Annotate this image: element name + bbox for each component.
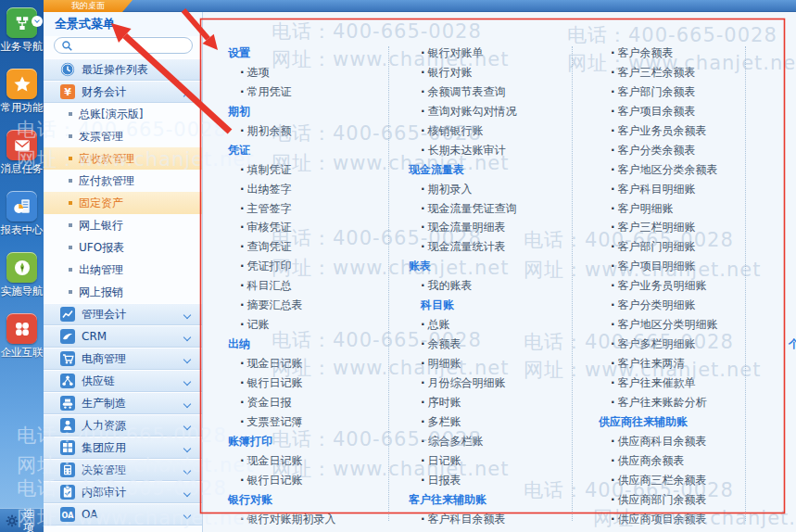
menu-item[interactable]: ·个	[789, 354, 796, 374]
menu-item[interactable]: ·客户三栏余额表	[599, 63, 718, 82]
menu-item[interactable]: ·记账	[228, 315, 336, 335]
module-section-group-apps[interactable]: 集团应用	[44, 437, 202, 459]
module-section-finance-accounting[interactable]: ¥ 财务会计	[44, 81, 202, 103]
menu-item[interactable]: ·客户项目明细账	[599, 257, 718, 276]
menu-item[interactable]: ·银行对账期初录入	[228, 510, 336, 529]
module-section-ecommerce[interactable]: 电商管理	[44, 348, 202, 370]
module-section-human-resources[interactable]: 人力资源	[44, 414, 202, 437]
menu-item[interactable]: ·客户往来账龄分析	[599, 393, 718, 412]
menu-item[interactable]: ·客户部门明细账	[599, 237, 718, 257]
menu-item[interactable]: ·供	[789, 44, 796, 63]
menu-item[interactable]: ·我的账表	[409, 276, 517, 296]
menu-item[interactable]: ·供应商余额表	[599, 451, 718, 471]
menu-item[interactable]: ·供	[789, 296, 796, 315]
menu-item[interactable]: ·余额表	[409, 335, 517, 354]
menu-item[interactable]: ·供	[789, 63, 796, 82]
menu-item[interactable]: ·查询对账勾对情况	[409, 102, 517, 121]
menu-item[interactable]: ·个	[789, 412, 796, 432]
menu-item[interactable]: ·供应商三栏余额表	[599, 471, 718, 490]
menu-item[interactable]: ·供应商部门余额表	[599, 490, 718, 510]
menu-item[interactable]: ·个	[789, 374, 796, 393]
recent-operations-row[interactable]: 最近操作列表	[44, 58, 202, 81]
menu-item[interactable]: ·客户多栏明细账	[599, 335, 718, 354]
menu-item[interactable]: ·客户分类余额表	[599, 141, 718, 160]
menu-item[interactable]: ·明细账	[409, 354, 517, 374]
module-section-management-accounting[interactable]: 管理会计	[44, 303, 202, 325]
menu-item[interactable]: ·银行对账单	[409, 44, 517, 63]
menu-item[interactable]: ·供	[789, 121, 796, 141]
menu-item[interactable]: ·总账	[409, 315, 517, 335]
module-section-internal-audit[interactable]: 内部审计	[44, 481, 202, 503]
menu-item[interactable]: ·银行对账	[409, 63, 517, 82]
module-item[interactable]: 网上银行	[44, 214, 202, 236]
menu-item[interactable]: ·个	[789, 490, 796, 510]
menu-item[interactable]: ·供	[789, 218, 796, 237]
menu-item[interactable]: ·客户部门余额表	[599, 82, 718, 102]
menu-item[interactable]: ·客户科目余额表	[409, 510, 517, 529]
module-item[interactable]: 网上报销	[44, 281, 202, 303]
menu-item[interactable]: ·供	[789, 82, 796, 102]
menu-item[interactable]: ·现金日记账	[228, 354, 336, 374]
menu-item[interactable]: ·选项	[228, 63, 336, 82]
module-section-manufacturing[interactable]: 生产制造	[44, 392, 202, 414]
menu-item[interactable]: ·支票登记簿	[228, 412, 336, 432]
menu-item[interactable]: ·客户往来两清	[599, 354, 718, 374]
module-section-decision-management[interactable]: 决策管理	[44, 459, 202, 481]
menu-item[interactable]: ·客户科目明细账	[599, 180, 718, 199]
menu-item[interactable]: ·客户明细账	[599, 199, 718, 219]
module-item[interactable]: UFO报表	[44, 236, 202, 259]
menu-item[interactable]: ·凭证打印	[228, 257, 336, 276]
module-item[interactable]: 发票管理	[44, 125, 202, 147]
menu-item[interactable]: ·科目汇总	[228, 276, 336, 296]
menu-item[interactable]: ·核销银行账	[409, 121, 517, 141]
menu-item[interactable]: ·月份综合明细账	[409, 374, 517, 393]
menu-item[interactable]: ·常用凭证	[228, 82, 336, 102]
menu-item[interactable]: ·序时账	[409, 393, 517, 412]
menu-item[interactable]: ·个	[789, 451, 796, 471]
menu-item[interactable]: ·客户地区分类余额表	[599, 160, 718, 180]
menu-item[interactable]: ·供	[789, 315, 796, 335]
menu-item[interactable]: ·摘要汇总表	[228, 296, 336, 315]
module-item[interactable]: 应收款管理	[44, 147, 202, 170]
menu-item[interactable]: ·期初余额	[228, 121, 336, 141]
module-item[interactable]: 总账[演示版]	[44, 103, 202, 125]
menu-item[interactable]: ·现金流量统计表	[409, 237, 517, 257]
menu-item[interactable]: ·供	[789, 276, 796, 296]
menu-item[interactable]: ·审核凭证	[228, 218, 336, 237]
menu-item[interactable]: ·期初录入	[409, 180, 517, 199]
menu-item[interactable]: ·个	[789, 393, 796, 412]
menu-item[interactable]: ·供	[789, 180, 796, 199]
menu-item[interactable]: ·客户地区分类明细账	[599, 315, 718, 335]
menu-item[interactable]: ·客户业务员余额表	[599, 121, 718, 141]
sidebar-item-business-nav[interactable]: 业务导航	[0, 5, 44, 66]
menu-item[interactable]: ·资金日报	[228, 393, 336, 412]
menu-item[interactable]: ·多栏账	[409, 412, 517, 432]
search-box[interactable]	[54, 37, 193, 54]
module-section-oa[interactable]: OA OA	[44, 503, 202, 526]
module-item[interactable]: 出纳管理	[44, 259, 202, 281]
menu-item[interactable]: ·现金日记账	[228, 451, 336, 471]
menu-item[interactable]: ·长期未达账审计	[409, 141, 517, 160]
menu-item[interactable]: ·日记账	[409, 451, 517, 471]
menu-item[interactable]: ·供	[789, 102, 796, 121]
menu-item[interactable]: ·客户三栏明细账	[599, 218, 718, 237]
sidebar-item-implementation-nav[interactable]: 实施导航	[0, 249, 44, 310]
menu-item[interactable]: ·现金流量明细表	[409, 218, 517, 237]
menu-item[interactable]: ·客户项目余额表	[599, 102, 718, 121]
menu-item[interactable]: ·余额调节表查询	[409, 82, 517, 102]
module-section-supply-chain[interactable]: 供应链	[44, 370, 202, 392]
menu-item[interactable]: ·银行日记账	[228, 471, 336, 490]
menu-item[interactable]: ·供	[789, 160, 796, 180]
sidebar-item-message-tasks[interactable]: 消息任务	[0, 127, 44, 188]
sidebar-item-report-center[interactable]: 报表中心	[0, 188, 44, 249]
menu-item[interactable]: ·填制凭证	[228, 160, 336, 180]
menu-item[interactable]: ·供应商项目余额表	[599, 510, 718, 529]
menu-item[interactable]: ·供应商科目余额表	[599, 432, 718, 451]
menu-item[interactable]: ·出纳签字	[228, 180, 336, 199]
menu-item[interactable]: ·客户余额表	[599, 44, 718, 63]
tab-my-desktop[interactable]: 我的桌面	[44, 0, 133, 12]
sidebar-item-common-functions[interactable]: 常用功能	[0, 66, 44, 127]
menu-item[interactable]: ·现金流量凭证查询	[409, 199, 517, 219]
module-item[interactable]: 应付款管理	[44, 170, 202, 192]
menu-item[interactable]: ·银行日记账	[228, 374, 336, 393]
